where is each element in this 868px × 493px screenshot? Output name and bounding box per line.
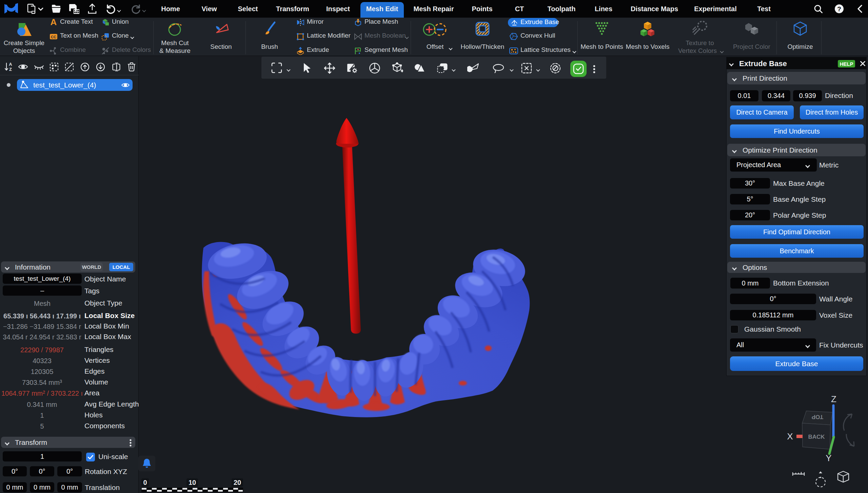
svg-text:TOP: TOP (812, 414, 824, 420)
svg-text:Z: Z (9, 67, 12, 72)
svg-text:X: X (787, 431, 793, 441)
svg-text:?: ? (837, 5, 841, 13)
svg-text:A: A (51, 18, 57, 26)
svg-text:Z: Z (831, 394, 836, 404)
svg-text:A: A (9, 62, 12, 67)
svg-text:Y: Y (826, 453, 831, 463)
svg-text:BACK: BACK (808, 434, 825, 440)
svg-text:CC: CC (51, 35, 56, 39)
